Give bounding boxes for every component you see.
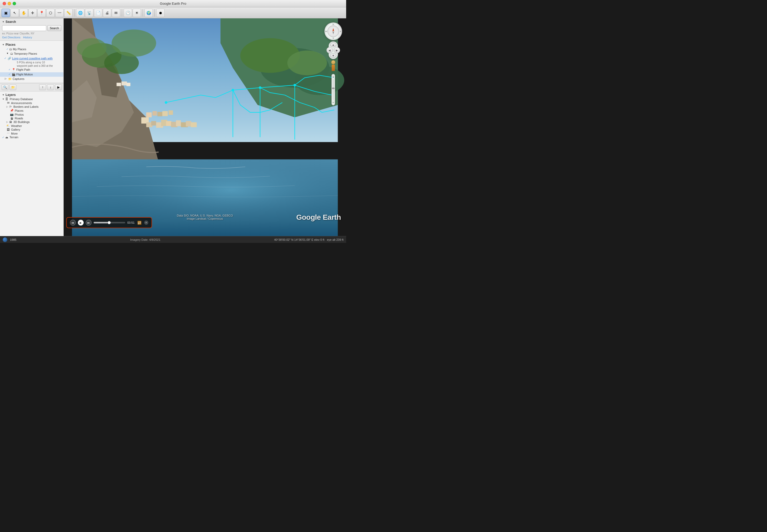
zoom-in-button[interactable]: + (331, 75, 335, 79)
temporary-places-item[interactable]: ▼ 🗂 Temporary Places (0, 52, 63, 56)
places-layer-item[interactable]: 📌 Places (0, 109, 63, 112)
folder-view-button[interactable]: 📁 (9, 84, 16, 90)
zoom-out-button[interactable]: – (331, 100, 335, 104)
playback-forward-button[interactable]: ⏭ (86, 220, 91, 226)
borders-labels-item[interactable]: ▷ 🏳 Borders and Labels (0, 105, 63, 109)
more-label: More (11, 132, 18, 135)
planets-button[interactable]: 🌍 (144, 9, 153, 17)
zoom-thumb[interactable] (332, 88, 334, 89)
hand-button[interactable]: ✋ (19, 9, 28, 17)
zoom-track[interactable] (333, 79, 333, 100)
search-button[interactable]: Search (47, 25, 61, 31)
borders-icon: 🏳 (9, 105, 12, 108)
viewer-button[interactable]: ▣ (2, 9, 10, 17)
captures-item[interactable]: ▷ 📁 Captures (0, 77, 63, 81)
photos-layer-item[interactable]: 📷 Photos (0, 112, 63, 116)
compass-w: W (325, 30, 327, 33)
layers-collapse-icon[interactable]: ▼ (2, 94, 4, 96)
maximize-button[interactable] (13, 2, 16, 5)
record-button[interactable]: ⏺ (156, 9, 165, 17)
places-layer-label: Places (15, 109, 23, 112)
places-section: ▼ Places ✓ 🗂 My Places ▼ 🗂 Temporary Pla… (0, 41, 63, 83)
history-link[interactable]: History (23, 36, 32, 39)
captures-folder-icon: 📁 (8, 77, 12, 81)
captures-label: Captures (13, 77, 24, 81)
primary-database-item[interactable]: ▼ 🗄 Primary Database (0, 97, 63, 101)
terrain-layer-item[interactable]: ✓ ⛰ Terrain (0, 135, 63, 139)
tour-button[interactable]: ▶ (55, 84, 62, 90)
add-kml-button[interactable]: 📄 (94, 9, 102, 17)
terrain-label: Terrain (9, 136, 18, 139)
svg-rect-31 (169, 110, 173, 115)
svg-rect-21 (166, 121, 171, 126)
add-image-button[interactable]: 🌐 (76, 9, 84, 17)
layers-section: ▼ Layers ▼ 🗄 Primary Database ✉ Announce… (0, 91, 63, 236)
flight-motion-label: Flight Motion (16, 73, 33, 76)
places-collapse-icon[interactable]: ▼ (2, 43, 4, 46)
playback-play-button[interactable]: ▶ (78, 220, 84, 226)
zoom-control: + – (331, 74, 335, 105)
add-network-button[interactable]: 📡 (85, 9, 93, 17)
svg-point-15 (287, 50, 327, 75)
tilt-up-button[interactable]: ▲ (330, 43, 336, 47)
more-layer-item[interactable]: ⋯ More (0, 131, 63, 135)
tilt-down-button[interactable]: ▼ (330, 53, 336, 58)
get-directions-link[interactable]: Get Directions (2, 36, 21, 39)
compass-inner[interactable] (327, 25, 339, 37)
check-terrain: ✓ (2, 136, 4, 139)
sun-button[interactable]: ☀ (133, 9, 141, 17)
close-button[interactable] (3, 2, 6, 5)
flight-motion-item[interactable]: ✓ 🎬 Flight Motion (0, 72, 63, 77)
toolbar-sep-2 (122, 9, 122, 17)
compass[interactable]: N S W E (324, 22, 342, 40)
move-up-button[interactable]: ↑ (39, 84, 46, 90)
search-header: ▼ Search (2, 20, 61, 24)
path-button[interactable]: 〰 (55, 9, 64, 17)
gallery-label: Gallery (11, 128, 20, 131)
svg-point-50 (165, 101, 167, 104)
map-area[interactable]: N S W E ▲ ◀ ▶ ▼ (64, 18, 346, 236)
playback-progress-thumb[interactable] (108, 221, 111, 224)
gallery-layer-item[interactable]: 🖼 Gallery (0, 128, 63, 131)
roads-layer-item[interactable]: 🛣 Roads (0, 116, 63, 120)
svg-rect-32 (116, 83, 121, 86)
svg-rect-18 (151, 121, 156, 125)
measure-button[interactable]: 📏 (64, 9, 73, 17)
playback-close-button[interactable]: × (144, 221, 148, 225)
places-title: Places (6, 43, 16, 47)
my-places-item[interactable]: ✓ 🗂 My Places (0, 47, 63, 52)
search-places-button[interactable]: 🔍 (2, 84, 8, 90)
buildings-layer-item[interactable]: ▷ 🏛 3D Buildings (0, 120, 63, 124)
window-controls[interactable] (3, 2, 16, 5)
minimize-button[interactable] (8, 2, 11, 5)
print-button[interactable]: 🖨 (103, 9, 111, 17)
status-eye-alt: eye alt 239 ft (327, 238, 343, 241)
coastline-path-item[interactable]: ✓ 🔗 Long curved coastline path with (0, 56, 63, 61)
polygon-button[interactable]: ⬡ (46, 9, 55, 17)
pin-button[interactable]: 📍 (37, 9, 46, 17)
search-input[interactable] (2, 25, 46, 31)
coastline-path-label[interactable]: Long curved coastline path with (12, 57, 53, 60)
layers-title: Layers (6, 93, 16, 97)
playback-progress-track[interactable] (94, 222, 125, 223)
historical-imagery-button[interactable]: 🕐 (124, 9, 132, 17)
check-icon: ✓ (4, 47, 8, 51)
email-button[interactable]: ✉ (112, 9, 120, 17)
playback-rewind-button[interactable]: ⏮ (70, 220, 76, 226)
flight-path-item[interactable]: ✓ 📍 Flight Path (0, 68, 63, 72)
announcements-item[interactable]: ✉ Announcements (0, 101, 63, 105)
search-collapse-icon[interactable]: ▼ (2, 21, 4, 23)
pan-right-button[interactable]: ▶ (334, 47, 340, 53)
photos-icon: 📷 (10, 113, 14, 116)
move-down-button[interactable]: ↓ (47, 84, 54, 90)
crosshair-button[interactable]: ✛ (28, 9, 37, 17)
playback-repeat-button[interactable]: 🔁 (137, 220, 142, 225)
map-scene (64, 18, 346, 236)
search-links: Get Directions History (2, 36, 61, 39)
compass-arrow-icon (329, 28, 337, 35)
cursor-button[interactable]: ↖ (11, 9, 19, 17)
status-coordinates: 40°38'00.02" N 14°36'01.09" E elev 0 ft (274, 238, 324, 241)
street-view-person[interactable] (329, 60, 337, 73)
weather-layer-item[interactable]: ⛅ Weather (0, 124, 63, 128)
pan-left-button[interactable]: ◀ (326, 47, 333, 53)
